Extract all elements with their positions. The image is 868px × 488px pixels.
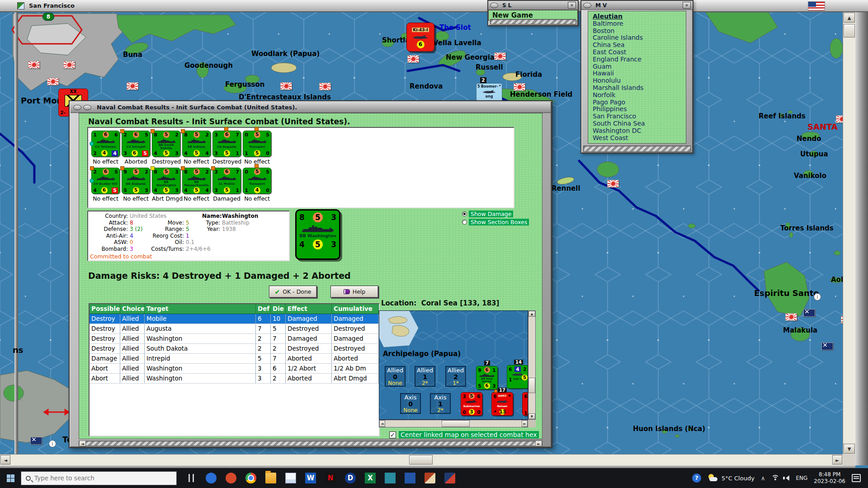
table-header-cell[interactable]: Def (256, 304, 271, 314)
weather-widget[interactable]: 5°C Cloudy (708, 474, 755, 483)
scroll-thumb[interactable] (528, 378, 535, 393)
force-pool-box[interactable]: Allied 0 None (385, 366, 406, 387)
table-header-cell[interactable]: Choice (120, 304, 145, 314)
naval-unit-counter[interactable]: 952 BB Alabama 553 (122, 168, 150, 194)
taskbar-app-icon[interactable] (440, 468, 460, 488)
force-pool-box[interactable]: Axis 0 None (400, 393, 421, 414)
taskbar-app-icon[interactable]: N (321, 468, 340, 488)
taskbar-app-icon[interactable] (380, 468, 400, 488)
naval-unit-counter[interactable]: 852 BB South Dakota 453 (152, 131, 180, 157)
force-pool-box[interactable]: Allied 1 2* (415, 366, 435, 387)
scroll-left-icon[interactable]: ◄ (79, 441, 86, 446)
close-icon[interactable]: ✕ (568, 2, 576, 9)
window-mv-titlebar[interactable]: M V ✕ (581, 1, 693, 10)
naval-unit-counter[interactable]: 367 CA Augusta 351 (212, 131, 241, 157)
table-row[interactable]: DestroyAlliedAugusta 75DestroyedDestroye… (90, 324, 379, 334)
city-list-item[interactable]: San Francisco (593, 113, 686, 120)
info-badge-icon[interactable]: i (49, 440, 56, 447)
scroll-up-icon[interactable]: ▲ (844, 13, 855, 23)
map-horizontal-scrollbar[interactable]: ◄ ► (0, 454, 843, 465)
scroll-right-icon[interactable]: ► (832, 455, 842, 465)
scroll-right-icon[interactable]: ► (535, 441, 542, 446)
city-list-item[interactable]: Honolulu (593, 77, 686, 84)
table-header-cell[interactable]: Cumulative (332, 304, 379, 314)
taskbar-clock[interactable]: 8:48 PM 2023-02-06 (814, 471, 845, 485)
minimap-counter-new-jersey[interactable]: 961 BB New Jersey 563 (476, 366, 498, 389)
city-list-item[interactable]: Baltimore (593, 20, 686, 28)
scroll-thumb[interactable] (409, 455, 433, 465)
table-row[interactable]: DestroyAlliedSouth Dakota 22DestroyedDes… (90, 344, 379, 354)
scroll-left-icon[interactable]: ◄ (0, 455, 10, 465)
air-unit-counter-ki43[interactable]: Ki-43-I 6 (406, 23, 434, 52)
dialog-system-button[interactable] (83, 105, 91, 110)
city-list-item[interactable]: Caroline Islands (593, 34, 686, 42)
table-row[interactable]: DamageAlliedIntrepid 57AbortedAborted (90, 354, 379, 364)
city-list-item[interactable]: West Coast (593, 135, 686, 142)
minimap-counter-partial[interactable]: 6 1 (522, 392, 528, 416)
minimap-horizontal-scrollbar[interactable]: ◄ ► (379, 420, 528, 427)
city-list-item[interactable]: Aleutian (593, 13, 686, 20)
naval-unit-counter[interactable]: 852 BB Indiana 454 (182, 131, 211, 157)
checkbox-icon[interactable]: ✓ (389, 432, 396, 438)
window-resize-bar[interactable] (490, 19, 576, 24)
city-list-item[interactable]: South China Sea (593, 120, 686, 127)
scroll-left-icon[interactable]: ◄ (379, 420, 385, 427)
scroll-up-icon[interactable]: ▲ (528, 311, 535, 317)
help-button[interactable]: Help (330, 286, 378, 298)
dialog-resize-bar[interactable]: ◄ ► (79, 441, 542, 446)
taskbar-app-icon[interactable] (221, 468, 241, 488)
ok-done-button[interactable]: ✔ OK - Done (269, 286, 317, 298)
table-row[interactable]: AbortAlliedWashington 32AbortedAbrt Dmgd (90, 374, 379, 384)
table-row[interactable]: AbortAlliedWashington 361/2 Abort1/2 Ab … (90, 364, 379, 374)
wifi-icon[interactable] (771, 475, 779, 481)
table-header-cell[interactable]: Effect (286, 304, 332, 314)
scroll-thumb[interactable] (844, 24, 855, 38)
scroll-down-icon[interactable]: ▼ (528, 413, 535, 419)
window-sl-titlebar[interactable]: S L ✕ (488, 1, 578, 10)
naval-unit-counter[interactable]: 055 Transport 150 (243, 131, 271, 157)
dialog-system-button[interactable] (73, 105, 81, 110)
window-system-button[interactable] (583, 3, 591, 8)
radio-icon[interactable] (462, 211, 467, 216)
naval-unit-counter[interactable]: 055 Transport 140 (243, 168, 271, 194)
minimap-vertical-scrollbar[interactable]: ▲ ▼ (528, 310, 536, 420)
city-list-item[interactable]: China Sea (593, 42, 686, 49)
city-list-item[interactable]: Marshall Islands (593, 84, 686, 92)
naval-unit-counter[interactable]: 853 BB Washington 453 (152, 168, 180, 194)
scroll-down-icon[interactable]: ▼ (844, 444, 855, 454)
taskbar-app-icon[interactable] (281, 468, 301, 488)
city-list-item[interactable]: Pago Pago (593, 99, 686, 106)
scroll-right-icon[interactable]: ► (522, 420, 528, 427)
city-list-item[interactable]: Philippines (593, 106, 686, 113)
radio-option[interactable]: Show Section Boxes (462, 219, 529, 225)
city-list-item[interactable]: Washington DC (593, 127, 686, 135)
city-list-item[interactable]: Norfolk (593, 92, 686, 99)
force-pool-box[interactable]: Axis 1 2* (430, 393, 451, 414)
radio-icon[interactable] (462, 220, 467, 225)
minimap-counter-reisen[interactable]: 6A6M3* Reisen *13 (491, 392, 513, 416)
map-vertical-scrollbar[interactable]: ▲ ▼ (843, 12, 855, 454)
help-tray-icon[interactable]: ? (692, 474, 701, 483)
city-list-item[interactable]: England France (593, 56, 686, 63)
taskbar-app-icon[interactable]: D (340, 468, 360, 488)
window-resize-bar[interactable] (583, 145, 691, 152)
taskbar-app-icon[interactable] (420, 468, 440, 488)
table-row[interactable]: DestroyAlliedWashington 27DamagedDamaged (90, 334, 379, 344)
table-header-cell[interactable]: Target (145, 304, 256, 314)
naval-unit-counter[interactable]: 265 CV Bunker Hill 465 (91, 168, 120, 194)
new-game-button[interactable]: New Game (492, 11, 533, 19)
taskbar-app-icon[interactable] (400, 468, 420, 488)
force-pool-box[interactable]: Allied 2 1* (445, 366, 466, 387)
stack-count-pill[interactable]: 8 (42, 13, 54, 21)
taskbar-search[interactable] (21, 471, 177, 485)
naval-unit-counter[interactable]: 852 BB Massachusetts 454 (182, 168, 211, 194)
taskbar-app-icon[interactable] (241, 468, 261, 488)
naval-unit-counter[interactable]: 166 CV Yorktown 244 (91, 131, 120, 157)
city-list-item[interactable]: Boston (593, 28, 686, 35)
naval-unit-counter[interactable]: 265 CV Intrepid 365 (122, 131, 150, 157)
start-button[interactable] (0, 468, 21, 488)
window-system-button[interactable] (490, 3, 498, 8)
selected-unit-counter[interactable]: 853 BB Washington 453 (295, 209, 340, 260)
info-badge-icon[interactable]: i (814, 293, 821, 300)
air-unit-counter-boomerang[interactable]: 2 5 Boomer- * ang (476, 83, 502, 102)
